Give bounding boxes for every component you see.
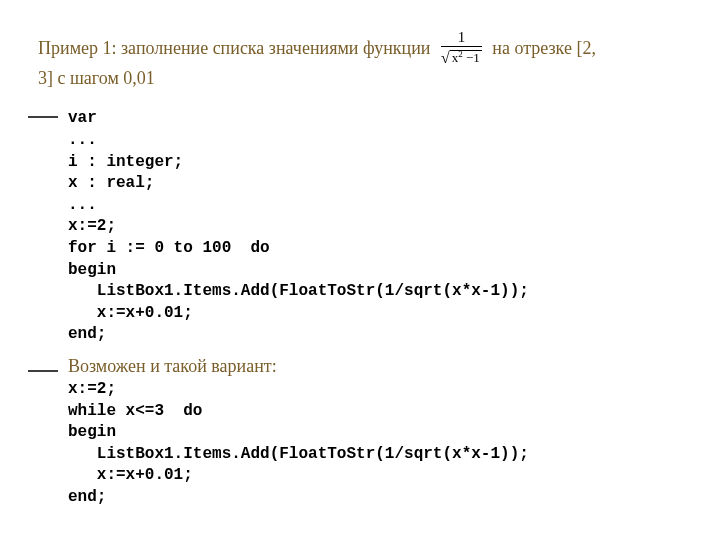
code-block-1: var ... i : integer; x : real; ... x:=2;… <box>68 108 682 346</box>
formula: 1 √ x2 −1 <box>441 30 482 65</box>
title-text-2: на отрезке [2, <box>492 38 596 58</box>
slide: Пример 1: заполнение списка значениями ф… <box>0 0 720 540</box>
radicand: x2 −1 <box>450 50 482 65</box>
bullet-dash-icon <box>28 116 58 118</box>
title-text-1: Пример 1: заполнение списка значениями ф… <box>38 38 430 58</box>
radical-sign: √ <box>441 50 450 66</box>
formula-denominator: √ x2 −1 <box>441 47 482 65</box>
title-text-3: 3] с шагом 0,01 <box>38 68 155 88</box>
content-body: var ... i : integer; x : real; ... x:=2;… <box>38 108 682 508</box>
code-block-2: x:=2; while x<=3 do begin ListBox1.Items… <box>68 379 682 509</box>
example-title: Пример 1: заполнение списка значениями ф… <box>38 32 682 90</box>
bullet-dash-icon <box>28 370 58 372</box>
formula-numerator: 1 <box>441 30 482 47</box>
alt-variant-heading: Возможен и такой вариант: <box>68 356 682 377</box>
